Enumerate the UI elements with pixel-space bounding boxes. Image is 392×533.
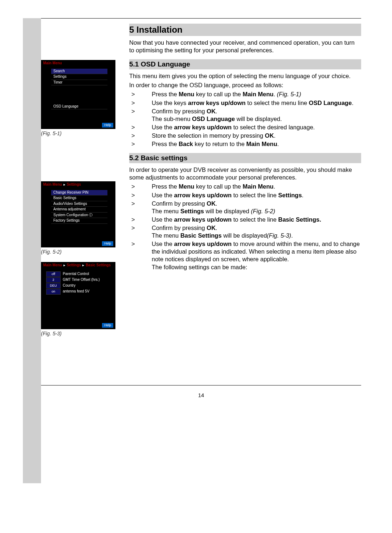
- fig3-row-0: off Parental Control: [46, 271, 115, 277]
- figures-column: Main Menu Search Settings Timer OSD Lang…: [41, 24, 119, 349]
- sec52-p1: In order to operate your DVB receiver as…: [129, 166, 361, 181]
- fig2-item-0: Change Receiver PIN: [51, 190, 107, 196]
- sec51-p2: In order to change the OSD language, pro…: [129, 81, 361, 89]
- fig1-caption: (Fig. 5-1): [41, 130, 119, 136]
- intro-paragraph: Now that you have connected your receive…: [129, 39, 361, 54]
- fig1-help: Help: [102, 123, 113, 128]
- section-5-heading: 5 Installation: [129, 24, 361, 36]
- fig1-item-search: Search: [51, 69, 107, 74]
- fig1-item-timer: Timer: [51, 80, 107, 86]
- figure-5-1: Main Menu Search Settings Timer OSD Lang…: [41, 60, 115, 129]
- fig2-help: Help: [102, 241, 113, 246]
- left-margin-bar: [23, 18, 41, 483]
- top-rule: [41, 18, 361, 19]
- figure-5-2: Main Menu▸Settings Change Receiver PIN B…: [41, 181, 115, 247]
- section-5-1-heading: 5.1 OSD Language: [129, 59, 361, 69]
- manual-page: Main Menu Search Settings Timer OSD Lang…: [0, 0, 392, 533]
- fig1-item-settings: Settings: [51, 74, 107, 80]
- sec51-steps: >Press the Menu key to call up the Main …: [129, 90, 361, 148]
- fig2-item-3: Antenna adjustment: [51, 207, 107, 213]
- fig2-item-1: Basic Settings: [51, 195, 107, 201]
- sec51-p1: This menu item gives you the option of s…: [129, 72, 361, 80]
- bottom-rule: [41, 385, 361, 385]
- fig3-help: Help: [102, 323, 113, 328]
- fig3-caption: (Fig. 5-3): [41, 331, 119, 336]
- fig3-row-3: on antenna feed 5V: [46, 289, 115, 294]
- page-number: 14: [41, 392, 361, 398]
- text-column: 5 Installation Now that you have connect…: [129, 24, 361, 349]
- fig2-item-4: System Configuration ⓘ: [51, 213, 107, 218]
- fig3-row-2: DEU Country: [46, 283, 115, 288]
- fig3-breadcrumb: Main Menu▸Settings▸Basic Settings: [41, 262, 115, 268]
- section-5-2-heading: 5.2 Basic settings: [129, 153, 361, 163]
- fig2-item-2: Audio/Video Settings: [51, 201, 107, 207]
- figure-5-3: Main Menu▸Settings▸Basic Settings off Pa…: [41, 262, 115, 329]
- fig1-osd-language: OSD Language: [51, 104, 107, 110]
- fig3-row-1: 2 GMT Time Offset (hrs.): [46, 277, 115, 283]
- sec52-steps: >Press the Menu key to call up the Main …: [129, 183, 361, 271]
- fig2-caption: (Fig. 5-2): [41, 249, 119, 255]
- fig2-item-5: Factory Settings: [51, 218, 107, 224]
- fig2-breadcrumb: Main Menu▸Settings: [41, 181, 115, 188]
- fig1-breadcrumb: Main Menu: [41, 60, 115, 66]
